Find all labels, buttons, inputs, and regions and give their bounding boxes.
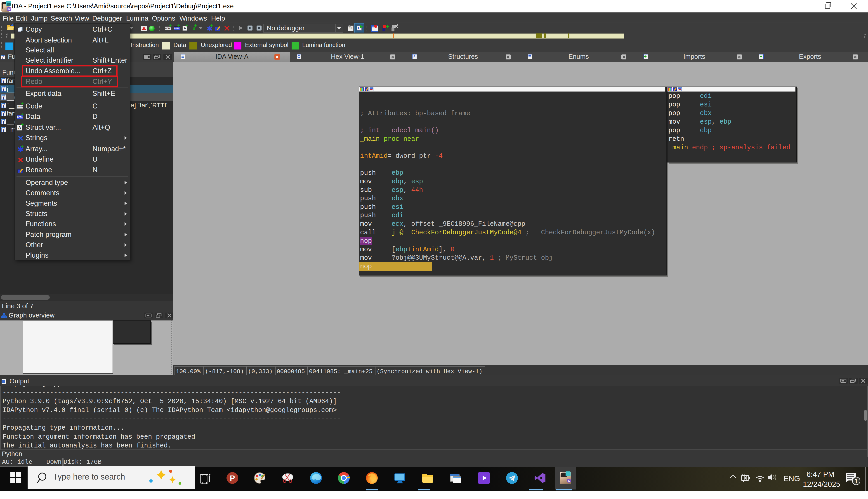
svg-text:1: 1 [854, 477, 858, 485]
